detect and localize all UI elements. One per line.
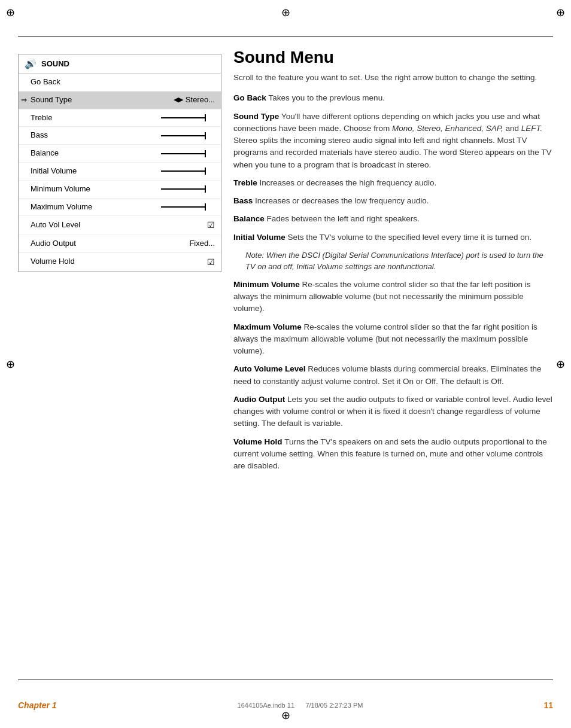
slider-line <box>161 135 206 136</box>
term-volume-hold: Volume Hold <box>233 437 284 446</box>
sound-icon: 🔊 <box>25 58 37 69</box>
reg-mark-mid-right: ⊕ <box>556 358 565 371</box>
term-auto-vol-level: Auto Volume Level <box>233 364 308 373</box>
checkbox-icon[interactable]: ☑ <box>207 218 215 232</box>
content-area: 🔊 SOUND Go BackSound Type◀▶Stereo...Treb… <box>18 48 553 674</box>
term-sound-type: Sound Type <box>233 112 281 121</box>
menu-item-auto-vol-level[interactable]: Auto Vol Level☑ <box>19 216 221 234</box>
menu-item-maximum-volume[interactable]: Maximum Volume <box>19 199 221 217</box>
menu-item-label: Balance <box>31 147 161 160</box>
reg-mark-bottom-center: ⊕ <box>281 709 290 722</box>
menu-item-left-arrow: ◀▶ <box>174 95 183 105</box>
description-block-sound-type: Sound Type You'll have different options… <box>233 111 553 171</box>
menu-item-sound-type[interactable]: Sound Type◀▶Stereo... <box>19 92 221 109</box>
menu-item-value: Fixed... <box>189 237 215 250</box>
menu-item-label: Treble <box>31 112 161 124</box>
description-block-auto-vol-level: Auto Volume Level Reduces volume blasts … <box>233 363 553 388</box>
menu-box: 🔊 SOUND Go BackSound Type◀▶Stereo...Treb… <box>18 54 221 272</box>
menu-item-bass[interactable]: Bass <box>19 127 221 145</box>
left-panel: 🔊 SOUND Go BackSound Type◀▶Stereo...Treb… <box>18 48 221 674</box>
slider-track[interactable] <box>161 135 215 136</box>
menu-item-label: Maximum Volume <box>31 201 161 214</box>
footer-date: 7/18/05 2:27:23 PM <box>305 702 363 709</box>
menu-item-audio-output[interactable]: Audio OutputFixed... <box>19 235 221 253</box>
slider-line <box>161 188 206 190</box>
slider-track[interactable] <box>161 170 215 172</box>
menu-item-label: Minimum Volume <box>31 183 161 196</box>
slider-line <box>161 206 206 208</box>
description-block-treble: Treble Increases or decreases the high f… <box>233 177 553 189</box>
reg-mark-mid-left: ⊕ <box>6 358 15 371</box>
slider-track[interactable] <box>161 188 215 190</box>
menu-item-go-back[interactable]: Go Back <box>19 74 221 92</box>
menu-item-treble[interactable]: Treble <box>19 109 221 127</box>
menu-header: 🔊 SOUND <box>19 54 221 74</box>
slider-line <box>161 153 206 154</box>
footer: Chapter 1 1644105Ae.indb 11 7/18/05 2:27… <box>18 700 553 710</box>
menu-item-balance[interactable]: Balance <box>19 145 221 163</box>
menu-item-label: Volume Hold <box>31 255 207 268</box>
term-bass: Bass <box>233 196 255 205</box>
menu-item-label: Auto Vol Level <box>31 219 207 232</box>
description-block-bass: Bass Increases or decreases the low freq… <box>233 195 553 207</box>
description-block-audio-output: Audio Output Lets you set the audio outp… <box>233 394 553 430</box>
bottom-rule <box>18 680 553 680</box>
term-go-back: Go Back <box>233 93 269 102</box>
right-panel: Sound Menu Scroll to the feature you wan… <box>233 48 553 674</box>
description-block-maximum-volume: Maximum Volume Re-scales the volume cont… <box>233 321 553 358</box>
slider-line <box>161 170 206 172</box>
description-block-balance: Balance Fades between the left and right… <box>233 213 553 225</box>
menu-items-container: Go BackSound Type◀▶Stereo...TrebleBassBa… <box>19 74 221 272</box>
menu-item-minimum-volume[interactable]: Minimum Volume <box>19 181 221 199</box>
footer-center: 1644105Ae.indb 11 7/18/05 2:27:23 PM <box>238 702 363 709</box>
footer-chapter: Chapter 1 <box>18 700 57 710</box>
top-rule <box>18 36 553 36</box>
menu-item-label: Initial Volume <box>31 165 161 178</box>
menu-item-label: Sound Type <box>31 94 174 106</box>
description-block-initial-volume-note: Note: When the DSCI (Digital Serial Comm… <box>245 249 553 273</box>
descriptions-container: Go Back Takes you to the previous menu.S… <box>233 92 553 472</box>
slider-track[interactable] <box>161 153 215 154</box>
term-minimum-volume: Minimum Volume <box>233 280 302 289</box>
description-block-initial-volume: Initial Volume Sets the TV's volume to t… <box>233 232 553 243</box>
term-balance: Balance <box>233 214 267 223</box>
term-audio-output: Audio Output <box>233 395 287 404</box>
description-block-minimum-volume: Minimum Volume Re-scales the volume cont… <box>233 279 553 315</box>
footer-file: 1644105Ae.indb 11 <box>238 702 294 709</box>
menu-item-value: Stereo... <box>186 94 215 106</box>
slider-line <box>161 117 206 118</box>
italic-sound-type: Mono, Stereo, Enhanced, SAP, <box>392 124 503 133</box>
term-initial-volume: Initial Volume <box>233 233 288 242</box>
term-treble: Treble <box>233 178 260 187</box>
italic-sound-type-2: LEFT. <box>521 124 543 133</box>
description-block-volume-hold: Volume Hold Turns the TV's speakers on a… <box>233 436 553 473</box>
slider-track[interactable] <box>161 206 215 208</box>
menu-item-volume-hold[interactable]: Volume Hold☑ <box>19 253 221 272</box>
checkbox-icon[interactable]: ☑ <box>207 255 215 269</box>
description-block-go-back: Go Back Takes you to the previous menu. <box>233 92 553 104</box>
menu-item-label: Go Back <box>31 76 215 89</box>
menu-item-label: Bass <box>31 129 161 142</box>
slider-track[interactable] <box>161 117 215 118</box>
page-title: Sound Menu <box>233 48 553 67</box>
menu-item-label: Audio Output <box>31 237 189 250</box>
footer-page: 11 <box>543 700 553 710</box>
reg-mark-top-right: ⊕ <box>556 6 565 19</box>
reg-mark-top-left: ⊕ <box>6 6 15 19</box>
reg-mark-top-center: ⊕ <box>281 6 290 19</box>
intro-text: Scroll to the feature you want to set. U… <box>233 72 553 84</box>
menu-header-label: SOUND <box>41 59 69 68</box>
menu-item-initial-volume[interactable]: Initial Volume <box>19 163 221 181</box>
term-maximum-volume: Maximum Volume <box>233 322 304 331</box>
